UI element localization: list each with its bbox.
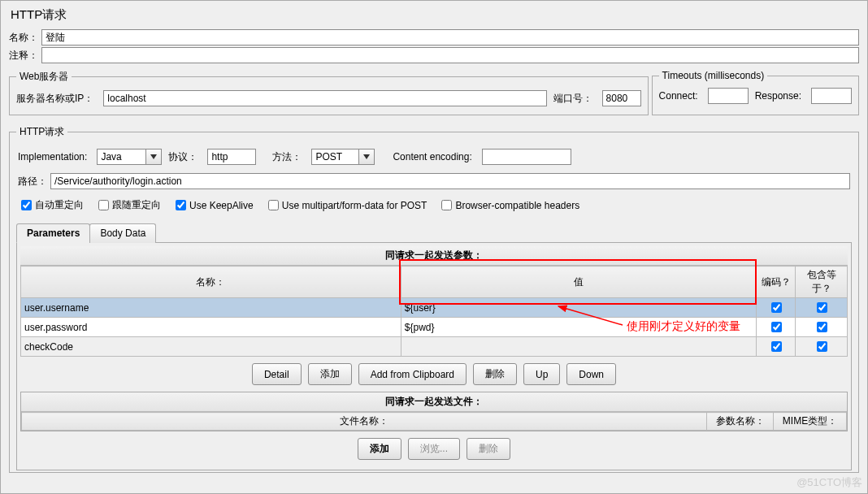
table-row[interactable]: user.username ${user} bbox=[21, 298, 848, 318]
name-input[interactable] bbox=[41, 29, 859, 46]
protocol-input[interactable] bbox=[207, 149, 256, 165]
include-equals-checkbox[interactable] bbox=[817, 341, 827, 352]
keepalive-checkbox[interactable]: Use KeepAlive bbox=[172, 197, 254, 213]
add-button[interactable]: 添加 bbox=[308, 363, 352, 385]
col-paramname[interactable]: 参数名称： bbox=[707, 413, 774, 431]
col-value[interactable]: 值 bbox=[401, 266, 756, 298]
svg-marker-0 bbox=[150, 154, 157, 159]
server-ip-label: 服务器名称或IP： bbox=[16, 92, 93, 106]
svg-marker-1 bbox=[363, 154, 370, 159]
method-label: 方法： bbox=[272, 150, 302, 164]
comment-input[interactable] bbox=[41, 47, 859, 63]
browser-compat-checkbox[interactable]: Browser-compatible headers bbox=[438, 197, 579, 213]
delete-file-button[interactable]: 删除 bbox=[467, 438, 510, 460]
content-encoding-label: Content encoding: bbox=[393, 151, 471, 162]
timeouts-legend: Timeouts (milliseconds) bbox=[659, 70, 768, 81]
response-input[interactable] bbox=[811, 88, 852, 104]
col-name[interactable]: 名称： bbox=[21, 266, 401, 298]
col-include-equals[interactable]: 包含等于？ bbox=[796, 266, 848, 298]
web-server-legend: Web服务器 bbox=[16, 70, 72, 84]
web-server-fieldset: Web服务器 服务器名称或IP： 端口号： bbox=[9, 70, 649, 115]
auto-redirect-checkbox[interactable]: 自动重定向 bbox=[18, 197, 84, 213]
add-file-button[interactable]: 添加 bbox=[358, 438, 401, 460]
encode-checkbox[interactable] bbox=[771, 341, 782, 352]
method-select[interactable] bbox=[311, 149, 358, 165]
server-ip-input[interactable] bbox=[103, 90, 546, 106]
files-title: 同请求一起发送文件： bbox=[21, 392, 847, 412]
content-encoding-input[interactable] bbox=[482, 149, 571, 165]
include-equals-checkbox[interactable] bbox=[817, 322, 827, 332]
tab-parameters[interactable]: Parameters bbox=[16, 223, 90, 243]
add-from-clipboard-button[interactable]: Add from Clipboard bbox=[358, 363, 467, 385]
col-filename[interactable]: 文件名称： bbox=[22, 413, 707, 431]
implementation-dropdown-icon[interactable] bbox=[145, 149, 162, 165]
http-request-legend: HTTP请求 bbox=[16, 125, 67, 139]
params-title: 同请求一起发送参数： bbox=[20, 246, 848, 266]
implementation-label: Implementation: bbox=[18, 151, 87, 162]
protocol-label: 协议： bbox=[168, 150, 197, 164]
params-table: 名称： 值 编码？ 包含等于？ user.username ${user} us bbox=[20, 266, 848, 357]
annotation-text: 使用刚才定义好的变量 bbox=[627, 319, 740, 334]
include-equals-checkbox[interactable] bbox=[817, 302, 827, 313]
port-label: 端口号： bbox=[553, 92, 592, 106]
encode-checkbox[interactable] bbox=[771, 322, 782, 332]
comment-label: 注释： bbox=[9, 49, 38, 63]
timeouts-fieldset: Timeouts (milliseconds) Connect: Respons… bbox=[652, 70, 859, 115]
path-input[interactable] bbox=[50, 173, 850, 189]
multipart-checkbox[interactable]: Use multipart/form-data for POST bbox=[265, 197, 427, 213]
page-title: HTTP请求 bbox=[9, 4, 859, 28]
detail-button[interactable]: Detail bbox=[252, 363, 302, 385]
port-input[interactable] bbox=[602, 90, 641, 106]
tab-body-data[interactable]: Body Data bbox=[89, 223, 156, 243]
implementation-select[interactable] bbox=[97, 149, 145, 165]
down-button[interactable]: Down bbox=[566, 363, 616, 385]
response-label: Response: bbox=[755, 90, 801, 102]
table-row[interactable]: checkCode bbox=[21, 337, 848, 357]
delete-button[interactable]: 删除 bbox=[473, 363, 517, 385]
follow-redirect-checkbox[interactable]: 跟随重定向 bbox=[95, 197, 161, 213]
name-label: 名称： bbox=[9, 31, 38, 45]
up-button[interactable]: Up bbox=[523, 363, 560, 385]
browse-button[interactable]: 浏览... bbox=[408, 438, 460, 460]
path-label: 路径： bbox=[18, 175, 47, 188]
method-dropdown-icon[interactable] bbox=[358, 149, 375, 165]
connect-label: Connect: bbox=[659, 90, 698, 102]
encode-checkbox[interactable] bbox=[771, 302, 782, 313]
col-encode[interactable]: 编码？ bbox=[757, 266, 796, 298]
watermark: @51CTO博客 bbox=[796, 475, 862, 490]
col-mime[interactable]: MIME类型： bbox=[774, 413, 847, 431]
http-request-fieldset: HTTP请求 Implementation: 协议： 方法： Content e… bbox=[9, 125, 859, 473]
connect-input[interactable] bbox=[708, 88, 749, 104]
